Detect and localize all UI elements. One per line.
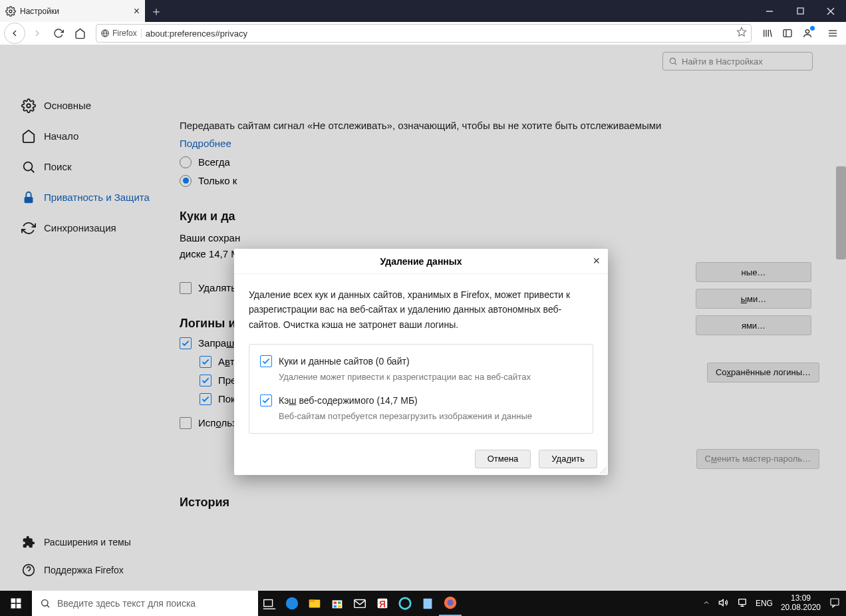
forward-button[interactable] [28,24,47,43]
reload-button[interactable] [49,24,68,43]
account-button[interactable] [798,24,817,43]
navbar: Firefox about:preferences#privacy [0,22,846,45]
tab-title: Настройки [20,7,130,16]
svg-rect-48 [424,599,432,609]
svg-rect-44 [354,600,366,608]
gear-icon [5,6,16,17]
close-tab-icon[interactable]: × [134,5,140,17]
clock-date: 20.08.2020 [781,603,821,613]
notification-dot [810,26,815,31]
svg-rect-31 [17,604,21,609]
network-icon[interactable] [737,597,748,610]
svg-point-47 [400,598,411,609]
option-cookies[interactable]: Куки и данные сайтов (0 байт) Удаление м… [260,354,582,384]
svg-rect-30 [11,604,16,609]
menu-button[interactable] [823,24,842,43]
svg-rect-34 [264,600,273,607]
task-view-icon[interactable] [258,591,281,616]
option-sublabel: Веб-сайтам потребуется перезагрузить изо… [279,410,532,424]
dialog-header: Удаление данных × [234,249,608,274]
resize-grip-icon[interactable] [599,466,607,474]
svg-line-27 [605,472,607,474]
language-indicator[interactable]: ENG [756,599,773,608]
store-icon[interactable] [326,591,349,616]
svg-rect-38 [309,600,315,603]
library-button[interactable] [758,24,777,43]
svg-rect-42 [334,605,337,608]
svg-rect-52 [739,599,746,604]
delete-button[interactable]: Удалить [539,450,597,468]
window-controls [754,0,846,22]
checkbox-icon [260,355,272,367]
maximize-button[interactable] [785,0,815,22]
dialog-title: Удаление данных [380,256,462,267]
clock[interactable]: 13:09 20.08.2020 [781,594,821,613]
sidebar-button[interactable] [778,24,797,43]
option-sublabel: Удаление может привести к разрегистрации… [279,371,531,385]
checkbox-icon [260,394,272,406]
firefox-icon[interactable] [439,591,462,616]
svg-point-50 [447,599,453,605]
notifications-icon[interactable] [829,597,841,611]
svg-text:Я: Я [379,599,386,609]
taskbar-search[interactable]: Введите здесь текст для поиска [32,591,258,616]
new-tab-button[interactable]: ＋ [145,0,167,22]
svg-point-36 [286,597,298,609]
svg-line-33 [47,605,49,607]
option-label: Куки и данные сайтов (0 байт) [279,354,531,369]
svg-line-10 [770,30,772,37]
svg-rect-43 [338,605,341,608]
taskbar: Введите здесь текст для поиска Я ENG 13:… [0,591,846,616]
back-button[interactable] [4,23,25,44]
volume-icon[interactable] [718,597,729,610]
content-area: Основные Начало Поиск Приватность и Защи… [0,45,846,591]
bookmark-star-icon[interactable] [736,27,747,40]
home-button[interactable] [70,24,89,43]
identity-label: Firefox [112,29,137,38]
clock-time: 13:09 [781,594,821,603]
edge-icon[interactable] [281,591,303,616]
cancel-button[interactable]: Отмена [475,450,531,468]
clear-data-dialog: Удаление данных × Удаление всех кук и да… [234,249,608,475]
dialog-options: Куки и данные сайтов (0 байт) Удаление м… [249,344,593,433]
svg-rect-2 [797,8,803,14]
yandex-icon[interactable]: Я [371,591,394,616]
option-cache[interactable]: Кэш веб-содержимого (14,7 МБ) Веб-сайтам… [260,393,582,423]
dialog-description: Удаление всех кук и данных сайтов, храни… [249,287,593,332]
system-tray: ENG 13:09 20.08.2020 [702,594,846,613]
svg-rect-41 [338,601,341,604]
svg-rect-29 [17,599,21,603]
dialog-close-icon[interactable]: × [593,254,600,268]
option-label: Кэш веб-содержимого (14,7 МБ) [279,393,532,408]
identity-box[interactable]: Firefox [100,29,142,38]
close-window-button[interactable] [815,0,846,22]
svg-marker-51 [719,599,723,605]
svg-point-32 [42,600,48,606]
tray-chevron-icon[interactable] [702,599,710,609]
svg-rect-28 [11,599,16,603]
app-icon-1[interactable] [394,591,416,616]
start-button[interactable] [0,591,32,616]
url-bar[interactable]: Firefox about:preferences#privacy [96,24,752,43]
app-icon-2[interactable] [416,591,439,616]
titlebar: Настройки × ＋ [0,0,846,22]
minimize-button[interactable] [754,0,785,22]
svg-rect-40 [334,601,337,604]
taskbar-search-placeholder: Введите здесь текст для поиска [57,598,196,609]
active-tab[interactable]: Настройки × [0,0,145,22]
dialog-footer: Отмена Удалить [234,443,608,475]
svg-point-0 [9,10,12,13]
explorer-icon[interactable] [303,591,326,616]
url-text: about:preferences#privacy [146,29,732,39]
svg-marker-6 [737,27,746,36]
svg-point-13 [805,30,809,33]
svg-rect-11 [783,30,791,37]
svg-rect-55 [831,599,839,605]
mail-icon[interactable] [349,591,371,616]
